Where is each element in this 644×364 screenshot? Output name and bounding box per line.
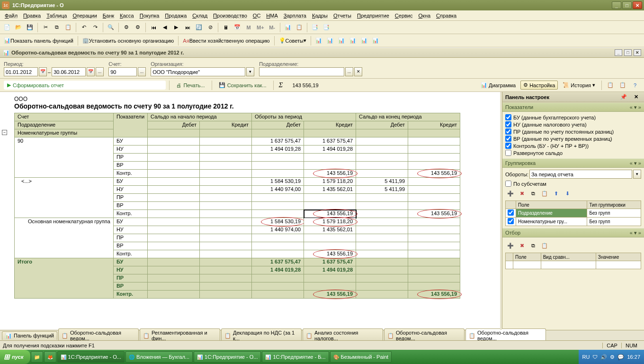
podr-clear[interactable]: ✕ — [354, 67, 362, 76]
tb2-a-icon[interactable]: 📊 — [313, 36, 324, 46]
set-org-button[interactable]: 🏢 Установить основную организацию — [80, 36, 176, 46]
task-chrome[interactable]: 🌐 Вложения — Бухгал... — [125, 351, 193, 363]
chk-razv[interactable] — [505, 150, 511, 156]
calendar-icon[interactable]: 📅 — [232, 22, 242, 33]
menu-os[interactable]: ОС — [250, 12, 264, 19]
flt-del-icon[interactable]: ✖ — [517, 240, 527, 251]
chk-vr[interactable] — [505, 136, 511, 142]
flt-c-icon[interactable]: ⧉ — [528, 240, 538, 251]
doc-close-button[interactable]: ✕ — [634, 49, 641, 56]
nav-first-icon[interactable]: ⏮ — [148, 22, 159, 33]
misc4-icon[interactable]: 📑 — [321, 22, 331, 33]
podr-picker[interactable]: ... — [345, 67, 353, 76]
close-button[interactable]: ✕ — [633, 1, 642, 9]
period-to-input[interactable] — [52, 67, 86, 76]
menu-production[interactable]: Производство — [210, 12, 250, 19]
flt-d-icon[interactable]: 📋 — [539, 240, 550, 251]
calc-icon[interactable]: 🖩 — [221, 22, 231, 33]
menu-table[interactable]: Таблица — [44, 12, 70, 19]
menu-bank[interactable]: Банк — [100, 12, 117, 19]
chk-pr[interactable] — [505, 128, 511, 135]
m-button[interactable]: M — [243, 22, 254, 33]
tray-icon-2[interactable]: 🔊 — [600, 354, 607, 360]
section-indicators-header[interactable]: Показатели« ▾ » — [502, 102, 644, 112]
task-1c-3[interactable]: 📊 1С:Предприятие - Б... — [262, 351, 329, 363]
print-button[interactable]: 🖨 Печать... — [173, 81, 208, 90]
grp-add-icon[interactable]: ➕ — [505, 188, 516, 199]
task-1c-1[interactable]: 📊 1С:Предприятие - О... — [57, 351, 125, 363]
doc-min-button[interactable]: _ — [615, 49, 622, 56]
panel-close-icon[interactable]: ✕ — [631, 92, 641, 102]
menu-enterprise[interactable]: Предприятие — [354, 12, 392, 19]
section-filter-header[interactable]: Отбор« ▾ » — [502, 228, 644, 237]
tool2-icon[interactable]: ⚙ — [133, 22, 143, 33]
redo-icon[interactable]: ↷ — [90, 22, 100, 33]
diagram-button[interactable]: 📊 Диаграмма — [478, 81, 519, 90]
cut-icon[interactable]: ✂ — [40, 22, 51, 33]
menu-nma[interactable]: НМА — [263, 12, 280, 19]
form-report-button[interactable]: ▶ Сформировать отчет — [4, 81, 166, 90]
tray-lang[interactable]: RU — [582, 354, 590, 360]
system-tray[interactable]: RU 🛡 🔊 ⚙ 💬 16:27 — [579, 350, 644, 364]
settings-button[interactable]: ⚙ Настройка — [520, 81, 558, 90]
podr-input[interactable] — [259, 67, 344, 76]
undo-icon[interactable]: ↶ — [79, 22, 89, 33]
org-dropdown[interactable]: ▾ — [246, 67, 254, 76]
menu-ops[interactable]: Операции — [70, 12, 99, 19]
task-paint[interactable]: 🎨 Безымянный - Paint — [330, 351, 392, 363]
menu-sale[interactable]: Продажа — [162, 12, 189, 19]
grp-c-icon[interactable]: ⧉ — [528, 188, 538, 199]
org-input[interactable] — [151, 67, 245, 76]
period-ellipsis[interactable]: ... — [96, 67, 104, 76]
wtab-panel[interactable]: 📊 Панель функций — [2, 331, 57, 340]
task-folder[interactable]: 📁 — [31, 351, 43, 363]
refresh-icon[interactable]: 🔄 — [194, 22, 204, 33]
tb2-d-icon[interactable]: 📊 — [348, 36, 358, 46]
start-button[interactable]: ⊞ пуск — [0, 350, 30, 364]
tb2-b-icon[interactable]: 📊 — [325, 36, 335, 46]
enter-op-button[interactable]: Ая Ввести хозяйственную операцию — [181, 36, 271, 46]
tray-icon-4[interactable]: 💬 — [617, 354, 624, 360]
misc1-icon[interactable]: 📊 — [283, 22, 293, 33]
nav-last-icon[interactable]: ⏭ — [182, 22, 193, 33]
doc-max-button[interactable]: □ — [624, 49, 632, 56]
account-picker[interactable]: ... — [138, 67, 146, 76]
grp-down-icon[interactable]: ⬇ — [562, 188, 572, 199]
collapse-node[interactable]: − — [2, 130, 7, 135]
period-from-picker[interactable]: 📅 — [39, 67, 47, 76]
search-icon[interactable]: 🔍 — [106, 22, 116, 33]
menu-windows[interactable]: Окна — [416, 12, 434, 19]
mplus-button[interactable]: M+ — [255, 22, 266, 33]
nav-prev-icon[interactable]: ◀ — [160, 22, 170, 33]
menu-purchase[interactable]: Покупка — [137, 12, 162, 19]
turnover-select[interactable] — [529, 170, 632, 179]
tb2-f-icon[interactable]: 📊 — [370, 36, 381, 46]
chk-subacc[interactable] — [505, 181, 511, 187]
tool-icon[interactable]: ⚙ — [121, 22, 132, 33]
task-1c-2[interactable]: 📊 1С:Предприятие - О... — [194, 351, 261, 363]
minimize-button[interactable]: _ — [612, 1, 621, 9]
task-ff[interactable]: 🦊 — [44, 351, 56, 363]
menu-service[interactable]: Сервис — [392, 12, 416, 19]
tips-button[interactable]: 💡 Советы ▾ — [277, 36, 308, 46]
grp-del-icon[interactable]: ✖ — [517, 188, 527, 199]
period-to-picker[interactable]: 📅 — [87, 67, 95, 76]
chk-nu[interactable] — [505, 121, 511, 127]
rv-a-icon[interactable]: 📋 — [605, 80, 616, 91]
panel-func-button[interactable]: 📊 Показать панель функций — [2, 36, 75, 46]
open-icon[interactable]: 📂 — [13, 22, 24, 33]
tray-icon-3[interactable]: ⚙ — [610, 354, 615, 360]
period-from-input[interactable] — [4, 67, 38, 76]
history-button[interactable]: 📜 История ▾ — [560, 81, 598, 90]
menu-hr[interactable]: Кадры — [309, 12, 331, 19]
menu-warehouse[interactable]: Склад — [189, 12, 210, 19]
turnover-dropdown[interactable]: ▾ — [633, 170, 641, 179]
menu-help[interactable]: Справка — [433, 12, 459, 19]
copy-icon[interactable]: ⧉ — [52, 22, 62, 33]
grp-row2-chk[interactable] — [508, 218, 514, 224]
misc3-icon[interactable]: 📑 — [310, 22, 320, 33]
misc2-icon[interactable]: 📋 — [294, 22, 304, 33]
help-icon[interactable]: ? — [630, 80, 640, 91]
panel-pin-icon[interactable]: 📌 — [618, 92, 629, 102]
rv-b-icon[interactable]: 📋 — [617, 80, 628, 91]
